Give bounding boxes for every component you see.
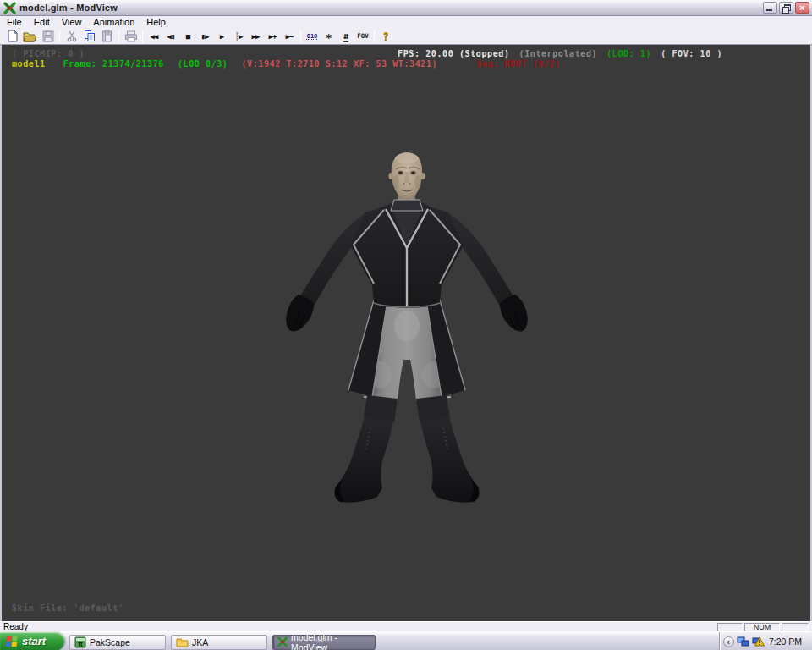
model-viewport[interactable]: ( PICMIP: 0 ) FPS: 20.00 (Stopped) (Inte… (0, 45, 812, 621)
binary-readout-icon: 010 (307, 33, 318, 40)
play-from-here-icon: ┆▶ (235, 32, 243, 41)
open-file-button[interactable] (21, 29, 39, 44)
lod-view-readout: (LOD: 1) (606, 49, 651, 58)
minimize-button[interactable] (763, 2, 777, 14)
menu-help[interactable]: Help (140, 16, 172, 28)
modview-icon (3, 2, 16, 14)
fov-button[interactable]: FOV (354, 29, 371, 44)
stop-button[interactable]: ■ (179, 29, 196, 44)
cut-button[interactable] (63, 29, 80, 44)
network-tray-icon[interactable] (737, 636, 749, 647)
help-icon: ? (382, 30, 388, 42)
status-scrl-panel (782, 623, 809, 631)
cut-scissors-icon (67, 30, 77, 42)
center-model-button[interactable]: ∗ (321, 29, 337, 44)
svg-text:π: π (78, 640, 83, 647)
go-end-icon: ▶▶ (252, 32, 260, 41)
go-end-button[interactable]: ▶▶ (247, 29, 264, 44)
speed-down-icon: ▶− (286, 32, 294, 41)
toolbar: ◀◀ ◀▮ ■ ▮▶ ▶ ┆▶ ▶▶ ▶+ ▶− 010 ∗ ⇵ FOV ? (0, 28, 812, 45)
toolbar-separator (142, 30, 143, 42)
security-alert-tray-icon[interactable] (752, 636, 765, 647)
stats-readout: (V:1942 T:2710 S:12 XF: 53 WT:3421) (242, 59, 438, 69)
frame-forward-icon: ▮▶ (201, 32, 209, 41)
speed-up-button[interactable]: ▶+ (264, 29, 281, 44)
menu-edit[interactable]: Edit (28, 16, 56, 28)
seq-readout: Seq: ROOT (0/2) (476, 59, 560, 69)
modview-icon (277, 636, 288, 647)
stop-icon: ■ (186, 32, 189, 41)
binary-readout-button[interactable]: 010 (304, 29, 321, 44)
save-button[interactable] (39, 29, 57, 44)
tris-info-button[interactable]: ⇵ (337, 29, 354, 44)
window-controls: × (763, 2, 809, 14)
taskbar-button-label: JKA (192, 637, 208, 647)
frame-readout: Frame: 21374/21376 (63, 59, 164, 69)
model-3d-render (2, 45, 810, 621)
statusbar: Ready NUM (0, 621, 812, 631)
copy-button[interactable] (80, 29, 98, 44)
save-icon (42, 30, 54, 42)
model-name-readout: model1 (12, 59, 46, 69)
new-file-button[interactable] (3, 29, 21, 44)
folder-icon (176, 636, 189, 647)
print-button[interactable] (122, 29, 140, 44)
new-file-icon (7, 30, 19, 42)
play-button[interactable]: ▶ (213, 29, 230, 44)
speed-down-button[interactable]: ▶− (281, 29, 298, 44)
menu-view[interactable]: View (56, 16, 88, 28)
frame-back-button[interactable]: ◀▮ (162, 29, 179, 44)
taskbar-button-label: model.glm - ModView (291, 632, 370, 650)
status-cap-panel (717, 623, 743, 631)
toolbar-separator (300, 30, 301, 42)
taskbar-button-modview[interactable]: model.glm - ModView (272, 635, 376, 650)
menubar: File Edit View Animation Help (0, 16, 812, 28)
go-start-icon: ◀◀ (151, 32, 158, 41)
toolbar-separator (374, 30, 375, 42)
center-model-icon: ∗ (326, 30, 332, 42)
skin-file-readout: Skin File: 'default' (12, 603, 123, 613)
paste-button[interactable] (98, 29, 116, 44)
toolbar-separator (118, 30, 119, 42)
status-num-panel: NUM (744, 623, 780, 631)
go-start-button[interactable]: ◀◀ (145, 29, 162, 44)
windows-flag-icon (4, 635, 19, 648)
model-readout-row: model1 Frame: 21374/21376 (LOD 0/3) (V:1… (12, 59, 561, 69)
taskbar-button-pakscape[interactable]: π PakScape (69, 635, 166, 650)
restore-button[interactable] (779, 2, 793, 14)
play-icon: ▶ (220, 32, 223, 41)
frame-forward-button[interactable]: ▮▶ (196, 29, 213, 44)
help-button[interactable]: ? (377, 29, 394, 44)
status-ready-text: Ready (3, 622, 716, 631)
frame-back-icon: ◀▮ (167, 32, 175, 41)
system-tray: ‹ 7:20 PM (719, 632, 812, 650)
tray-chevron-button[interactable]: ‹ (723, 636, 734, 647)
taskbar-button-label: PakScape (90, 637, 130, 647)
window-title: model.glm - ModView (19, 3, 763, 13)
play-from-here-button[interactable]: ┆▶ (230, 29, 247, 44)
start-button[interactable]: start (0, 632, 64, 650)
taskbar-button-jka[interactable]: JKA (171, 635, 267, 650)
taskbar-clock[interactable]: 7:20 PM (769, 636, 802, 647)
menu-animation[interactable]: Animation (87, 16, 140, 28)
fov-readout: ( FOV: 10 ) (661, 49, 722, 58)
pakscape-icon: π (74, 636, 86, 648)
modview-window: model.glm - ModView × File Edit View Ani… (0, 0, 812, 650)
lod-model-readout: (LOD 0/3) (178, 59, 228, 69)
close-button[interactable]: × (795, 2, 809, 14)
open-folder-icon (23, 30, 37, 42)
taskbar: start π PakScape JKA model.glm - Mod (0, 631, 812, 650)
paste-icon (102, 30, 112, 42)
picmip-readout: ( PICMIP: 0 ) (12, 49, 85, 58)
menu-file[interactable]: File (1, 16, 28, 28)
fps-readout-row: FPS: 20.00 (Stopped) (Interpolated) (LOD… (398, 49, 722, 58)
copy-icon (84, 30, 96, 42)
print-icon (124, 30, 138, 42)
toolbar-separator (59, 30, 60, 42)
titlebar[interactable]: model.glm - ModView × (0, 0, 812, 16)
fov-icon: FOV (357, 32, 369, 40)
start-button-label: start (22, 635, 46, 647)
fps-readout: FPS: 20.00 (Stopped) (398, 49, 509, 58)
speed-up-icon: ▶+ (269, 32, 277, 41)
tris-info-icon: ⇵ (343, 30, 349, 42)
